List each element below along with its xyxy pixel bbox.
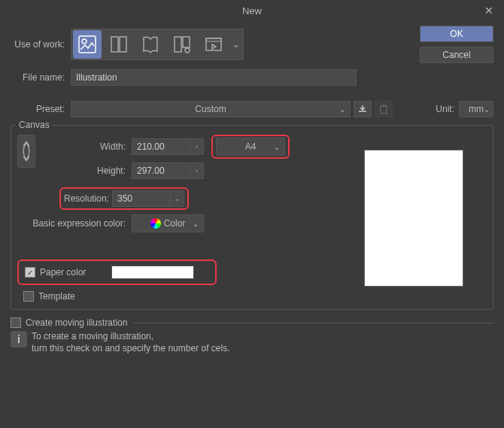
uow-illustration-icon[interactable]	[73, 30, 102, 59]
size-preset-value: A4	[245, 141, 257, 152]
svg-rect-9	[381, 106, 387, 114]
orientation-toggle[interactable]	[17, 135, 35, 168]
preset-save-button[interactable]	[354, 101, 372, 117]
uow-animation-icon[interactable]	[199, 30, 228, 59]
paper-color-checkbox[interactable]: ✓	[25, 267, 35, 278]
template-label: Template	[38, 291, 75, 302]
canvas-legend: Canvas	[16, 120, 53, 130]
file-name-label: File name:	[11, 72, 71, 83]
canvas-fieldset: Canvas Width: › A4	[11, 125, 493, 310]
unit-value: mm	[469, 104, 484, 114]
create-moving-checkbox[interactable]	[11, 317, 21, 328]
preset-delete-button[interactable]	[375, 101, 393, 117]
svg-rect-4	[175, 37, 181, 52]
height-label: Height:	[41, 165, 132, 176]
svg-rect-2	[111, 37, 118, 52]
svg-rect-3	[120, 37, 126, 52]
size-preset-select[interactable]: A4 ⌄	[216, 138, 285, 156]
width-stepper[interactable]: ›	[190, 138, 204, 155]
use-of-work-label: Use of work:	[11, 39, 71, 50]
height-input[interactable]	[132, 162, 190, 179]
window-title: New	[242, 5, 262, 17]
chevron-down-icon: ⌄	[193, 220, 199, 228]
preset-select[interactable]: Custom ⌄	[71, 101, 351, 117]
chevron-down-icon: ⌄	[339, 105, 345, 114]
titlebar: New ✕	[0, 0, 504, 21]
resolution-label: Resolution:	[64, 193, 112, 204]
height-stepper[interactable]: ›	[190, 162, 204, 179]
expression-color-select[interactable]: Color ⌄	[132, 214, 204, 232]
resolution-dropdown[interactable]: ⌄	[171, 190, 184, 207]
paper-color-label: Paper color	[40, 267, 86, 278]
width-input[interactable]	[132, 138, 190, 155]
ok-button[interactable]: OK	[420, 26, 493, 42]
svg-point-1	[82, 39, 87, 44]
preset-value: Custom	[195, 104, 226, 114]
preset-label: Preset:	[11, 104, 71, 114]
svg-rect-5	[183, 37, 190, 47]
resolution-input[interactable]	[112, 190, 171, 207]
info-text: To create a moving illustration, turn th…	[32, 331, 229, 354]
uow-settings-icon[interactable]	[168, 30, 196, 59]
file-name-input[interactable]	[71, 69, 357, 86]
width-label: Width:	[41, 141, 132, 152]
use-of-work-group: ⌄	[71, 29, 244, 60]
unit-select[interactable]: mm ⌄	[459, 101, 493, 117]
template-checkbox[interactable]	[23, 291, 34, 302]
svg-point-6	[185, 48, 190, 53]
info-icon: i	[11, 331, 27, 348]
canvas-preview	[365, 150, 463, 286]
paper-color-swatch[interactable]	[111, 266, 194, 279]
color-wheel-icon	[150, 218, 161, 229]
uow-comic-icon[interactable]	[105, 30, 133, 59]
cancel-button[interactable]: Cancel	[420, 47, 493, 63]
chevron-down-icon: ⌄	[484, 105, 490, 114]
unit-label: Unit:	[436, 104, 459, 114]
close-button[interactable]: ✕	[474, 0, 504, 21]
divider	[133, 323, 493, 323]
uow-more-chevron-icon[interactable]: ⌄	[229, 30, 243, 59]
expression-color-value: Color	[164, 218, 186, 229]
chevron-down-icon: ⌄	[274, 143, 280, 151]
info-line1: To create a moving illustration,	[32, 331, 229, 343]
paper-color-highlight: ✓ Paper color	[17, 260, 217, 285]
info-line2: turn this check on and specify the numbe…	[32, 343, 229, 355]
uow-book-icon[interactable]	[136, 30, 165, 59]
create-moving-label: Create moving illustration	[26, 317, 127, 328]
expression-color-label: Basic expression color:	[17, 218, 132, 229]
